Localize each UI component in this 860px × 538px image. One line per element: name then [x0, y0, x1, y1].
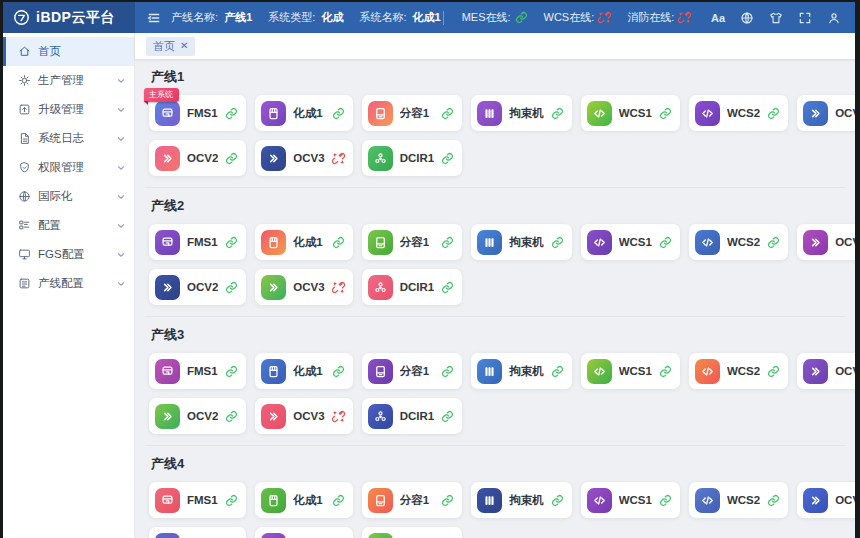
ocv-device-icon: [803, 359, 828, 384]
device-card-OCV1[interactable]: OCV1: [797, 224, 855, 260]
header-status: MES在线:WCS在线:消防在线:: [462, 10, 692, 25]
user-icon[interactable]: [827, 11, 841, 25]
device-card-OCV3[interactable]: OCV3: [255, 527, 352, 538]
device-label: 化成1: [293, 364, 324, 379]
sidebar-item-home[interactable]: 首页: [3, 37, 134, 66]
wcs-device-icon: [695, 488, 720, 513]
device-card-FMS1[interactable]: FMS1 主系统: [149, 95, 246, 131]
sidebar-item-logs[interactable]: 系统日志: [3, 124, 134, 153]
device-card-OCV2[interactable]: OCV2: [149, 398, 246, 434]
drawer-device-icon: [368, 359, 393, 384]
ocv-device-icon: [155, 146, 180, 171]
device-card-FMS1[interactable]: FMS1: [149, 482, 246, 518]
device-card-化成1[interactable]: 化成1: [255, 353, 352, 389]
device-card-OCV3[interactable]: OCV3: [255, 269, 352, 305]
drawer-device-icon: [368, 488, 393, 513]
link-offline-icon: [678, 11, 691, 24]
card-grid: FMS1 主系统 化成1 分容1 拘束机 WCS1 WCS2 OCV1 OCV2…: [149, 95, 841, 176]
device-card-FMS1[interactable]: FMS1: [149, 353, 246, 389]
link-online-icon: [515, 11, 528, 24]
link-online-icon: [551, 236, 564, 249]
ocv-device-icon: [803, 488, 828, 513]
device-card-WCS1[interactable]: WCS1: [581, 482, 680, 518]
device-card-WCS1[interactable]: WCS1: [581, 95, 680, 131]
device-card-化成1[interactable]: 化成1: [255, 95, 352, 131]
app-window: iBDP云平台 产线名称: 产线1系统类型: 化成系统名称: 化成1 MES在线…: [3, 2, 855, 538]
language-globe-icon[interactable]: [740, 11, 754, 25]
fullscreen-icon[interactable]: [798, 11, 812, 25]
sidebar-item-lineconfig[interactable]: 产线配置: [3, 269, 134, 298]
device-card-FMS1[interactable]: FMS1: [149, 224, 246, 260]
device-card-OCV1[interactable]: OCV1: [797, 95, 855, 131]
sidebar-item-upgrade[interactable]: 升级管理: [3, 95, 134, 124]
device-card-OCV3[interactable]: OCV3: [255, 140, 352, 176]
device-card-DCIR1[interactable]: DCIR1: [362, 398, 463, 434]
link-online-icon: [225, 410, 238, 423]
chevron-down-icon: [116, 250, 126, 260]
sidebar-item-config[interactable]: 配置: [3, 211, 134, 240]
device-card-OCV2[interactable]: OCV2: [149, 269, 246, 305]
device-label: 拘束机: [509, 106, 544, 121]
device-label: OCV1: [835, 494, 855, 506]
device-card-分容1[interactable]: 分容1: [362, 224, 463, 260]
device-card-OCV2[interactable]: OCV2: [149, 140, 246, 176]
device-card-OCV2[interactable]: OCV2: [149, 527, 246, 538]
production-line-section: 产线1 FMS1 主系统 化成1 分容1 拘束机 WCS1 WCS2 OCV1 …: [145, 59, 845, 187]
fms-device-icon: [155, 230, 180, 255]
theme-icon[interactable]: [769, 11, 783, 25]
sidebar-item-globe[interactable]: 国际化: [3, 182, 134, 211]
tab-home[interactable]: 首页 ✕: [146, 37, 195, 56]
device-card-化成1[interactable]: 化成1: [255, 224, 352, 260]
device-card-拘束机[interactable]: 拘束机: [471, 482, 572, 518]
device-label: 分容1: [400, 493, 435, 508]
collapse-sidebar-icon[interactable]: [147, 11, 161, 25]
chevron-down-icon: [116, 279, 126, 289]
device-card-WCS1[interactable]: WCS1: [581, 224, 680, 260]
device-label: WCS2: [727, 365, 760, 377]
permission-icon: [18, 161, 31, 174]
font-size-icon[interactable]: Aa: [711, 12, 725, 24]
link-offline-icon: [332, 410, 345, 423]
device-card-分容1[interactable]: 分容1: [362, 353, 463, 389]
drawer-device-icon: [368, 230, 393, 255]
device-label: 分容1: [400, 106, 435, 121]
device-card-WCS1[interactable]: WCS1: [581, 353, 680, 389]
device-card-OCV1[interactable]: OCV1: [797, 353, 855, 389]
link-online-icon: [659, 107, 672, 120]
tab-close-icon[interactable]: ✕: [180, 41, 188, 51]
section-title: 产线1: [151, 68, 841, 86]
device-card-OCV1[interactable]: OCV1: [797, 482, 855, 518]
device-card-分容1[interactable]: 分容1: [362, 482, 463, 518]
header-tools: Aa: [711, 11, 855, 25]
device-card-DCIR1[interactable]: DCIR1: [362, 269, 463, 305]
device-card-WCS2[interactable]: WCS2: [689, 353, 788, 389]
ocv-device-icon: [803, 101, 828, 126]
link-offline-icon: [332, 152, 345, 165]
device-card-拘束机[interactable]: 拘束机: [471, 353, 572, 389]
app-title: iBDP云平台: [36, 9, 115, 27]
link-online-icon: [225, 281, 238, 294]
device-card-WCS2[interactable]: WCS2: [689, 224, 788, 260]
device-card-DCIR1[interactable]: DCIR1: [362, 140, 463, 176]
device-card-拘束机[interactable]: 拘束机: [471, 224, 572, 260]
device-label: OCV2: [187, 152, 218, 164]
sidebar-item-production[interactable]: 生产管理: [3, 66, 134, 95]
device-card-化成1[interactable]: 化成1: [255, 482, 352, 518]
device-label: 化成1: [293, 106, 324, 121]
link-online-icon: [441, 494, 454, 507]
columns-device-icon: [477, 230, 502, 255]
device-card-OCV3[interactable]: OCV3: [255, 398, 352, 434]
sidebar-item-permission[interactable]: 权限管理: [3, 153, 134, 182]
device-card-分容1[interactable]: 分容1: [362, 95, 463, 131]
device-card-WCS2[interactable]: WCS2: [689, 95, 788, 131]
card-grid: FMS1 化成1 分容1 拘束机 WCS1 WCS2 OCV1 OCV2 OCV…: [149, 224, 841, 305]
link-online-icon: [441, 281, 454, 294]
device-card-拘束机[interactable]: 拘束机: [471, 95, 572, 131]
header-info-pair: 产线名称: 产线1: [171, 10, 252, 25]
ocv-device-icon: [155, 275, 180, 300]
link-online-icon: [332, 494, 345, 507]
device-card-WCS2[interactable]: WCS2: [689, 482, 788, 518]
device-card-DCIR1[interactable]: DCIR1: [362, 527, 463, 538]
device-label: OCV3: [293, 281, 324, 293]
sidebar-item-monitor[interactable]: FGS配置: [3, 240, 134, 269]
